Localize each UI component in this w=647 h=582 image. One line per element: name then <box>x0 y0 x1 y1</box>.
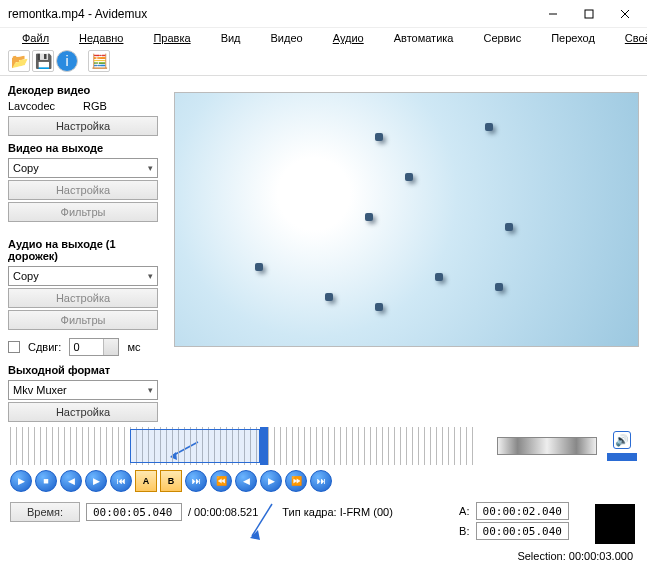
selection-range <box>130 429 260 463</box>
frame-type: Тип кадра: I-FRM (00) <box>282 506 393 518</box>
menu-goto[interactable]: Переход <box>537 31 609 45</box>
video-filters-button[interactable]: Фильтры <box>8 202 158 222</box>
prev-frame-button[interactable]: ◀ <box>60 470 82 492</box>
menu-audio[interactable]: Аудио <box>319 31 378 45</box>
next-keyframe-button[interactable]: ⏭ <box>185 470 207 492</box>
timeline-scrubber[interactable] <box>10 427 477 465</box>
audio-out-combo[interactable]: Copy <box>8 266 158 286</box>
decoder-title: Декодер видео <box>8 84 168 96</box>
goto-a-button[interactable]: ⏩ <box>285 470 307 492</box>
jog-wheel[interactable] <box>497 437 597 455</box>
b-time: 00:00:05.040 <box>476 522 569 540</box>
save-icon[interactable]: 💾 <box>32 50 54 72</box>
volume-level[interactable] <box>607 453 637 461</box>
window-title: remontka.mp4 - Avidemux <box>8 7 535 21</box>
out-format-settings-button[interactable]: Настройка <box>8 402 158 422</box>
speaker-icon[interactable]: 🔊 <box>613 431 631 449</box>
next-black-button[interactable]: ▶ <box>260 470 282 492</box>
menu-auto[interactable]: Автоматика <box>380 31 468 45</box>
shift-unit: мс <box>127 341 140 353</box>
info-icon[interactable]: i <box>56 50 78 72</box>
open-icon[interactable]: 📂 <box>8 50 30 72</box>
maximize-button[interactable] <box>571 2 607 26</box>
close-button[interactable] <box>607 2 643 26</box>
menu-service[interactable]: Сервис <box>469 31 535 45</box>
set-a-marker-button[interactable]: A <box>135 470 157 492</box>
out-format-title: Выходной формат <box>8 364 168 376</box>
stop-button[interactable]: ■ <box>35 470 57 492</box>
out-format-combo[interactable]: Mkv Muxer <box>8 380 158 400</box>
decoder-settings-button[interactable]: Настройка <box>8 116 158 136</box>
shift-checkbox[interactable] <box>8 341 20 353</box>
menu-bar: Файл Недавно Правка Вид Видео Аудио Авто… <box>0 28 647 48</box>
time-label-button[interactable]: Время: <box>10 502 80 522</box>
play-button[interactable]: ▶ <box>10 470 32 492</box>
audio-out-title: Аудио на выходе (1 дорожек) <box>8 238 168 262</box>
frame-thumbnail <box>595 504 635 544</box>
menu-file[interactable]: Файл <box>8 31 63 45</box>
b-label: B: <box>459 525 469 537</box>
menu-recent[interactable]: Недавно <box>65 31 137 45</box>
a-time: 00:00:02.040 <box>476 502 569 520</box>
video-out-title: Видео на выходе <box>8 142 168 154</box>
minimize-button[interactable] <box>535 2 571 26</box>
video-settings-button[interactable]: Настройка <box>8 180 158 200</box>
playback-controls: ▶ ■ ◀ ▶ ⏮ A B ⏭ ⏪ ◀ ▶ ⏩ ⏭ <box>10 470 332 492</box>
calculator-icon[interactable]: 🧮 <box>88 50 110 72</box>
video-preview <box>174 92 639 347</box>
prev-keyframe-button[interactable]: ⏮ <box>110 470 132 492</box>
menu-edit[interactable]: Правка <box>139 31 204 45</box>
next-frame-button[interactable]: ▶ <box>85 470 107 492</box>
menu-video[interactable]: Видео <box>257 31 317 45</box>
goto-start-button[interactable]: ⏪ <box>210 470 232 492</box>
decoder-codec: Lavcodec <box>8 100 55 112</box>
audio-settings-button[interactable]: Настройка <box>8 288 158 308</box>
shift-value[interactable]: 0 <box>69 338 119 356</box>
goto-b-button[interactable]: ⏭ <box>310 470 332 492</box>
prev-black-button[interactable]: ◀ <box>235 470 257 492</box>
current-time-input[interactable]: 00:00:05.040 <box>86 503 182 521</box>
decoder-rgb: RGB <box>83 100 107 112</box>
svg-rect-1 <box>585 10 593 18</box>
set-b-marker-button[interactable]: B <box>160 470 182 492</box>
total-time: / 00:00:08.521 <box>188 506 258 518</box>
menu-own[interactable]: Своё <box>611 31 647 45</box>
menu-view[interactable]: Вид <box>207 31 255 45</box>
playhead[interactable] <box>260 427 268 465</box>
a-label: A: <box>459 505 469 517</box>
selection-duration: Selection: 00:00:03.000 <box>517 550 633 562</box>
audio-filters-button[interactable]: Фильтры <box>8 310 158 330</box>
video-out-combo[interactable]: Copy <box>8 158 158 178</box>
shift-label: Сдвиг: <box>28 341 61 353</box>
